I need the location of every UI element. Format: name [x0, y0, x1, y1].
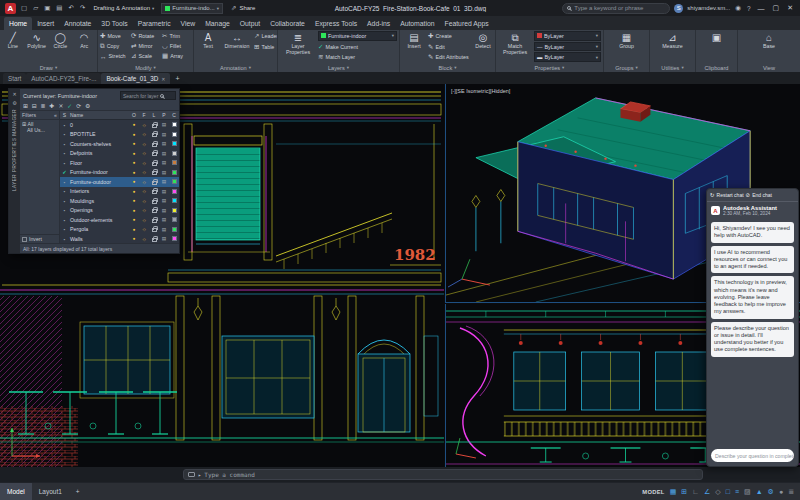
layer-color-swatch[interactable] [169, 217, 179, 222]
assistant-input[interactable]: Describe your question in complete sente… [711, 449, 794, 462]
linetype-dropdown[interactable]: —ByLayer▾ [534, 42, 601, 52]
paste-button[interactable]: ▣ [705, 31, 729, 62]
layer-plot-icon[interactable]: ▤ [162, 141, 167, 146]
ribbon-tab[interactable]: 3D Tools [96, 17, 132, 30]
layer-on-icon[interactable]: ● [133, 132, 136, 137]
layer-on-icon[interactable]: ● [133, 170, 136, 175]
panel-title-layers[interactable]: Layers▾ [278, 63, 399, 72]
grid-icon[interactable]: ▦ [670, 488, 677, 496]
layer-row[interactable]: ✓▪ Pergola ● ☼ ▤ [60, 225, 179, 235]
drawing-tab[interactable]: Book-Cafe_01_3D ✕ [101, 73, 170, 84]
layer-plot-icon[interactable]: ▤ [162, 208, 167, 213]
layer-lock-icon[interactable] [149, 122, 159, 128]
fillet-button[interactable]: ◡Fillet [162, 41, 191, 51]
layer-lock-icon[interactable] [149, 207, 159, 213]
new-drawing-tab-button[interactable]: + [171, 73, 183, 84]
mirror-button[interactable]: ⇄Mirror [131, 41, 160, 51]
layer-row[interactable]: ✓▪ Floor ● ☼ ▤ [60, 158, 179, 168]
lineweight-icon[interactable]: ≡ [735, 488, 739, 495]
redo-icon[interactable]: ↷ [79, 4, 86, 12]
filter-tree-all-used[interactable]: All Us... [22, 127, 57, 133]
layer-color-swatch[interactable] [169, 151, 179, 156]
delete-layer-icon[interactable]: ✕ [58, 103, 63, 109]
palette-settings-icon[interactable]: ⚙ [12, 100, 16, 106]
annotation-scale-icon[interactable]: ▲ [756, 488, 763, 495]
layer-color-swatch[interactable] [169, 122, 179, 127]
layer-on-icon[interactable]: ● [133, 236, 136, 241]
layer-color-swatch[interactable] [169, 227, 179, 232]
print-icon[interactable]: ▤ [55, 4, 63, 12]
ribbon-tab[interactable]: Collaborate [265, 17, 310, 30]
maximize-button[interactable]: ▢ [771, 4, 782, 12]
edit-block-button[interactable]: ✎Edit [428, 42, 471, 52]
layer-color-swatch[interactable] [169, 132, 179, 137]
object-snap-icon[interactable]: □ [726, 488, 730, 495]
customize-menu-icon[interactable]: ≣ [788, 488, 794, 496]
isolate-objects-icon[interactable]: ● [779, 488, 783, 495]
share-button[interactable]: ⇗ Share [227, 2, 258, 14]
model-tab[interactable]: Model [0, 483, 32, 500]
ribbon-tab[interactable]: Annotate [59, 17, 96, 30]
layer-row[interactable]: ✓▪ Defpoints ● ☼ ▤ [60, 149, 179, 159]
user-avatar[interactable]: S [674, 4, 683, 13]
layer-lock-icon[interactable] [149, 131, 159, 137]
ribbon-tab[interactable]: Home [4, 17, 32, 30]
layer-row[interactable]: ✓▪ Walls ● ☼ ▤ [60, 234, 179, 243]
layer-lock-icon[interactable] [149, 188, 159, 194]
ortho-icon[interactable]: ∟ [692, 488, 699, 495]
drawing-tab[interactable]: Start ✕ [3, 73, 26, 84]
close-tab-icon[interactable]: ✕ [161, 76, 165, 82]
layer-on-icon[interactable]: ● [133, 189, 136, 194]
measure-button[interactable]: ⊿Measure [661, 31, 685, 62]
layer-freeze-icon[interactable]: ☼ [141, 198, 146, 204]
panel-title-annotation[interactable]: Annotation▾ [194, 63, 277, 72]
layer-lock-icon[interactable] [149, 169, 159, 175]
end-chat-button[interactable]: ⊘ End chat [746, 192, 772, 198]
layer-color-swatch[interactable] [169, 198, 179, 203]
arc-button[interactable]: ◠Arc [73, 31, 95, 62]
layer-freeze-icon[interactable]: ☼ [141, 150, 146, 156]
restart-chat-button[interactable]: ↻ Restart chat [710, 192, 744, 198]
layer-plot-icon[interactable]: ▤ [162, 132, 167, 137]
panel-title-modify[interactable]: Modify▾ [98, 63, 193, 72]
stretch-button[interactable]: ↔Stretch [100, 51, 129, 61]
insert-block-button[interactable]: ▤Insert [402, 31, 426, 62]
undo-icon[interactable]: ↶ [67, 4, 74, 12]
layer-plot-icon[interactable]: ▤ [162, 122, 167, 127]
settings-gear-icon[interactable]: ⚙ [85, 103, 90, 109]
layer-plot-icon[interactable]: ▤ [162, 236, 167, 241]
layer-row[interactable]: ✓▪ 0 ● ☼ ▤ [60, 120, 179, 130]
ribbon-tab[interactable]: Parametric [133, 17, 176, 30]
base-button[interactable]: ⌂Base [757, 31, 781, 62]
layer-dropdown[interactable]: Furniture-indoor▾ [318, 31, 397, 41]
layer-color-swatch[interactable] [169, 189, 179, 194]
isodraft-icon[interactable]: ◇ [715, 488, 720, 496]
ribbon-tab[interactable]: Manage [200, 17, 235, 30]
edit-attributes-button[interactable]: ✎Edit Attributes [428, 52, 471, 62]
global-search-input[interactable]: Type a keyword or phrase [562, 3, 670, 14]
group-button[interactable]: ▦Group [615, 31, 639, 62]
palette-titlebar[interactable]: ✕ ⚙ LAYER PROPERTIES MANAGER [9, 89, 20, 253]
ribbon-tab[interactable]: Insert [32, 17, 59, 30]
layer-lock-icon[interactable] [149, 236, 159, 242]
ribbon-tab[interactable]: Featured Apps [440, 17, 494, 30]
layer-row[interactable]: ✓▪ Furniture-indoor ● ☼ ▤ [60, 168, 179, 178]
transparency-icon[interactable]: ▨ [744, 488, 751, 496]
layer-on-icon[interactable]: ● [133, 217, 136, 222]
match-layer-button[interactable]: ≋Match Layer [318, 52, 397, 62]
layer-plot-icon[interactable]: ▤ [162, 217, 167, 222]
model-space-indicator[interactable]: MODEL [642, 489, 664, 495]
layer-search-input[interactable]: Search for layer [120, 91, 176, 100]
layer-freeze-icon[interactable]: ☼ [141, 131, 146, 137]
lineweight-dropdown[interactable]: ▬ByLayer▾ [534, 52, 601, 62]
quick-layer-dropdown[interactable]: Furniture-indo... ▾ [161, 3, 223, 14]
refresh-icon[interactable]: ⟳ [76, 103, 81, 109]
drawing-tab[interactable]: AutoCAD-FY25_Fire-... ✕ [26, 73, 101, 84]
layer-row[interactable]: ✓▪ Outdoor-elements ● ☼ ▤ [60, 215, 179, 225]
panel-title-clipboard[interactable]: Clipboard [696, 63, 737, 72]
layer-color-swatch[interactable] [169, 141, 179, 146]
copy-button[interactable]: ⧉Copy [100, 41, 129, 51]
layer-lock-icon[interactable] [149, 217, 159, 223]
move-button[interactable]: ✚Move [100, 31, 129, 41]
save-icon[interactable]: ▣ [43, 4, 51, 12]
